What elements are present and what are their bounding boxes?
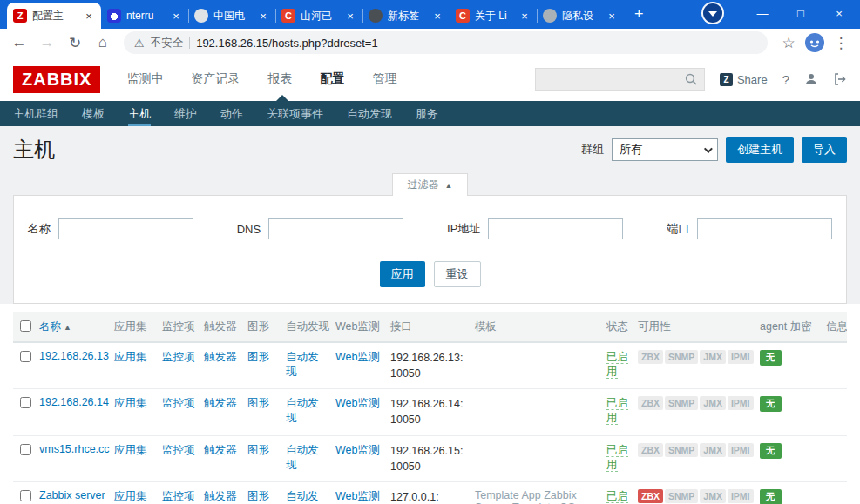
subnav-actions[interactable]: 动作 (220, 101, 243, 126)
applications-link[interactable]: 应用集 (114, 490, 147, 502)
col-name[interactable]: 名称▲ (36, 312, 111, 342)
tab-close-icon[interactable]: × (170, 10, 182, 22)
items-link[interactable]: 监控项 (162, 490, 195, 502)
tab-close-icon[interactable]: × (257, 10, 269, 22)
discovery-link[interactable]: 自动发现 (286, 444, 319, 471)
subnav-maintenance[interactable]: 维护 (174, 101, 197, 126)
browser-menu-icon[interactable]: ⋮ (829, 30, 853, 55)
subnav-hosts[interactable]: 主机 (128, 101, 151, 126)
profile-avatar[interactable] (804, 32, 825, 53)
triggers-link[interactable]: 触发器 (204, 351, 237, 363)
filter-apply-button[interactable]: 应用 (380, 261, 425, 287)
status-link[interactable]: 已启用 (606, 351, 628, 379)
address-bar[interactable]: ⚠ 不安全 192.168.26.15/hosts.php?ddreset=1 (124, 31, 768, 54)
filter-dns-input[interactable] (268, 218, 403, 239)
select-all-checkbox[interactable] (20, 320, 31, 332)
bookmark-star-icon[interactable]: ☆ (776, 30, 801, 55)
host-name-link[interactable]: 192.168.26.13 (39, 350, 109, 362)
global-search[interactable] (535, 68, 705, 91)
search-input[interactable] (543, 73, 685, 86)
col-discovery: 自动发现 (282, 312, 332, 342)
zabbix-logo[interactable]: ZABBIX (13, 66, 100, 93)
row-checkbox[interactable] (20, 490, 31, 501)
maximize-button[interactable]: □ (783, 1, 818, 25)
forward-icon[interactable]: → (35, 30, 59, 55)
status-link[interactable]: 已启用 (606, 444, 628, 472)
minimize-button[interactable]: — (745, 1, 780, 25)
jmx-badge: JMX (700, 443, 726, 457)
triggers-link[interactable]: 触发器 (204, 397, 237, 409)
web-link[interactable]: Web监测 (335, 490, 379, 502)
subnav-discovery[interactable]: 自动发现 (347, 101, 392, 126)
subnav-host-groups[interactable]: 主机群组 (13, 101, 58, 126)
nav-inventory[interactable]: 资产记录 (191, 71, 240, 87)
nav-administration[interactable]: 管理 (372, 71, 396, 87)
back-icon[interactable]: ← (7, 30, 31, 55)
share-button[interactable]: Z Share (720, 73, 768, 86)
filter-toggle-tab[interactable]: 过滤器 ▲ (392, 173, 469, 196)
web-link[interactable]: Web监测 (335, 397, 379, 409)
tab-close-icon[interactable]: × (518, 10, 531, 22)
graphs-link[interactable]: 图形 (247, 444, 269, 456)
applications-link[interactable]: 应用集 (114, 351, 147, 363)
subnav-templates[interactable]: 模板 (82, 101, 105, 126)
row-checkbox[interactable] (20, 444, 31, 455)
items-link[interactable]: 监控项 (162, 444, 195, 456)
subnav-services[interactable]: 服务 (416, 101, 438, 126)
tab-close-icon[interactable]: × (606, 10, 618, 22)
filter-name-input[interactable] (58, 218, 193, 239)
filter-panel: 名称 DNS IP地址 端口 应用 重设 (13, 195, 847, 304)
close-button[interactable]: × (822, 1, 857, 25)
status-link[interactable]: 已启用 (606, 490, 628, 504)
applications-link[interactable]: 应用集 (114, 397, 147, 409)
host-name-link[interactable]: vms15.rhce.cc (39, 443, 110, 455)
triggers-link[interactable]: 触发器 (204, 444, 237, 456)
reload-icon[interactable]: ↻ (63, 30, 87, 55)
help-button[interactable]: ? (782, 72, 789, 87)
row-checkbox[interactable] (20, 397, 31, 408)
tab-shanhe[interactable]: C 山河已 × (275, 3, 362, 29)
create-host-button[interactable]: 创建主机 (726, 137, 794, 163)
status-link[interactable]: 已启用 (606, 397, 628, 425)
host-name-link[interactable]: 192.168.26.14 (39, 396, 109, 408)
url-text[interactable]: 192.168.26.15/hosts.php?ddreset=1 (196, 37, 378, 50)
new-tab-button[interactable]: + (624, 5, 654, 29)
items-link[interactable]: 监控项 (162, 351, 195, 363)
discovery-link[interactable]: 自动发现 (286, 490, 319, 504)
security-warning-label[interactable]: 不安全 (151, 36, 184, 50)
import-button[interactable]: 导入 (802, 137, 847, 163)
discovery-link[interactable]: 自动发现 (286, 397, 319, 424)
items-link[interactable]: 监控项 (162, 397, 195, 409)
web-link[interactable]: Web监测 (335, 351, 379, 363)
home-icon[interactable]: ⌂ (91, 30, 115, 55)
profile-button[interactable] (804, 72, 818, 86)
web-link[interactable]: Web监测 (335, 444, 379, 456)
triggers-link[interactable]: 触发器 (204, 490, 237, 502)
tab-close-icon[interactable]: × (431, 10, 444, 22)
tab-zabbix-hosts[interactable]: Z 配置主 × (7, 3, 101, 29)
filter-port-input[interactable] (697, 218, 832, 239)
tab-new-tab-page[interactable]: 新标签 × (362, 3, 450, 29)
subnav-event-correlation[interactable]: 关联项事件 (267, 101, 323, 126)
filter-reset-button[interactable]: 重设 (434, 261, 481, 287)
host-name-link[interactable]: Zabbix server (39, 489, 105, 501)
tab-nterru[interactable]: nterru × (101, 3, 188, 29)
graphs-link[interactable]: 图形 (247, 397, 269, 409)
tab-privacy[interactable]: 隐私设 × (537, 3, 624, 29)
filter-ip-input[interactable] (488, 218, 623, 239)
nav-configuration[interactable]: 配置 (320, 71, 344, 87)
applications-link[interactable]: 应用集 (114, 444, 147, 456)
tab-close-icon[interactable]: × (83, 10, 95, 22)
discovery-link[interactable]: 自动发现 (286, 351, 319, 378)
group-select[interactable]: 所有 (612, 138, 718, 161)
graphs-link[interactable]: 图形 (247, 490, 269, 502)
graphs-link[interactable]: 图形 (247, 351, 269, 363)
tab-china-telecom[interactable]: 中国电 × (188, 3, 275, 29)
row-checkbox[interactable] (20, 351, 31, 362)
signout-button[interactable] (833, 72, 847, 86)
tab-close-icon[interactable]: × (344, 10, 356, 22)
nav-monitoring[interactable]: 监测中 (126, 71, 163, 87)
download-status-button[interactable] (703, 3, 722, 23)
tab-about[interactable]: C 关于 Li × (450, 3, 537, 29)
nav-reports[interactable]: 报表 (267, 71, 292, 87)
